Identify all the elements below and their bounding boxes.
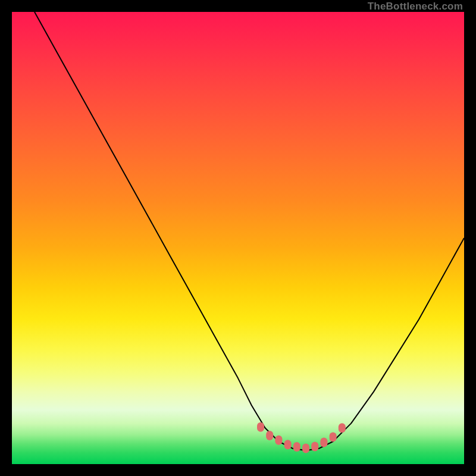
bottleneck-curve xyxy=(35,12,464,450)
optimal-markers xyxy=(257,422,346,453)
optimal-marker xyxy=(302,443,309,453)
optimal-marker xyxy=(311,441,318,451)
chart-frame: TheBottleneck.com xyxy=(0,0,476,476)
optimal-marker xyxy=(330,432,337,441)
optimal-marker xyxy=(266,431,273,440)
optimal-marker xyxy=(320,438,327,447)
curve-svg xyxy=(12,12,464,464)
watermark-text: TheBottleneck.com xyxy=(368,0,463,13)
plot-area xyxy=(12,12,464,464)
optimal-marker xyxy=(284,440,292,449)
optimal-marker xyxy=(339,423,346,433)
optimal-marker xyxy=(293,442,300,452)
optimal-marker xyxy=(275,436,282,445)
optimal-marker xyxy=(257,422,264,432)
